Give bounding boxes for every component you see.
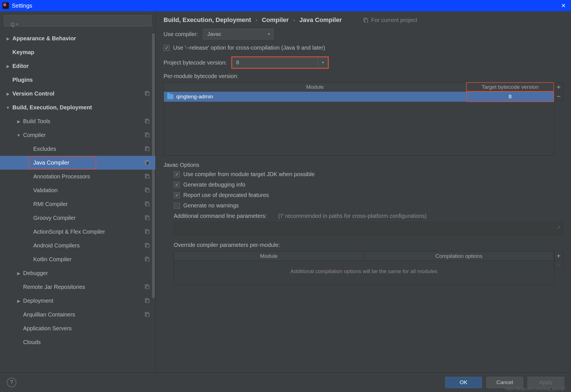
crumb-a[interactable]: Build, Execution, Deployment (164, 16, 251, 24)
sidebar-item-label: Build, Execution, Deployment (12, 104, 92, 111)
chevron-down-icon: ▼ (267, 32, 270, 36)
opt2-checkbox[interactable] (174, 182, 180, 188)
sidebar: ▶Appearance & Behavior▶Keymap▶Editor▶Plu… (0, 11, 156, 372)
sidebar-item-kotlin-compiler[interactable]: ▶Kotlin Compiler (0, 253, 155, 266)
override-remove-button[interactable]: − (554, 260, 563, 270)
svg-rect-21 (146, 244, 149, 248)
project-bytecode-select[interactable]: 8 ▼ (232, 57, 328, 68)
sidebar-item-label: Deployment (23, 298, 53, 304)
col-target: Target bytecode version (466, 83, 554, 91)
chevron-right-icon: ▶ (5, 92, 11, 96)
copy-icon (145, 187, 150, 192)
sidebar-item-clouds[interactable]: ▶Clouds (0, 335, 155, 349)
sidebar-item-plugins[interactable]: ▶Plugins (0, 73, 155, 87)
copy-icon (145, 146, 150, 151)
table-row[interactable]: qingteng-admin 8 (164, 92, 554, 102)
sidebar-item-label: Excludes (33, 146, 56, 152)
crumb-c: Java Compiler (299, 16, 342, 24)
sidebar-item-remote-jar-repositories[interactable]: ▶Remote Jar Repositories (0, 280, 155, 294)
chevron-right-icon: › (255, 17, 257, 23)
sidebar-item-build-tools[interactable]: ▶Build Tools (0, 114, 155, 128)
close-icon[interactable]: ✕ (558, 2, 569, 9)
sidebar-item-label: Plugins (12, 77, 33, 83)
svg-rect-27 (146, 300, 149, 303)
window-title: Settings (12, 3, 32, 9)
copy-icon (145, 132, 150, 137)
sidebar-item-label: Annotation Processors (33, 173, 90, 180)
sidebar-item-keymap[interactable]: ▶Keymap (0, 45, 155, 59)
use-compiler-label: Use compiler: (164, 31, 198, 37)
copy-icon (145, 312, 150, 317)
sidebar-item-label: Groovy Compiler (33, 215, 76, 221)
sidebar-item-label: Application Servers (23, 325, 72, 332)
sidebar-item-label: ActionScript & Flex Compiler (33, 229, 105, 235)
override-col-opts: Compilation options (364, 251, 554, 261)
copy-icon (145, 160, 150, 165)
breadcrumb: Build, Execution, Deployment › Compiler … (164, 16, 563, 24)
sidebar-item-label: Appearance & Behavior (12, 35, 76, 42)
sidebar-item-validation[interactable]: ▶Validation (0, 183, 155, 197)
opt1-checkbox[interactable] (174, 171, 180, 178)
search-input[interactable] (4, 15, 151, 26)
folder-icon (167, 94, 173, 99)
svg-rect-11 (146, 175, 149, 179)
chevron-down-icon: ▼ (5, 105, 11, 110)
sidebar-item-deployment[interactable]: ▶Deployment (0, 294, 155, 308)
svg-rect-29 (146, 313, 149, 317)
sidebar-item-label: Java Compiler (33, 160, 69, 166)
sidebar-item-java-compiler[interactable]: ▶Java Compiler (0, 156, 155, 170)
sidebar-item-android-compilers[interactable]: ▶Android Compilers (0, 239, 155, 253)
sidebar-item-arquillian-containers[interactable]: ▶Arquillian Containers (0, 308, 155, 322)
sidebar-item-label: Validation (33, 187, 58, 194)
sidebar-item-annotation-processors[interactable]: ▶Annotation Processors (0, 170, 155, 183)
sidebar-item-label: Clouds (23, 339, 41, 346)
sidebar-item-actionscript-flex-compiler[interactable]: ▶ActionScript & Flex Compiler (0, 225, 155, 239)
override-empty-text: Additional compilation options will be t… (174, 261, 554, 274)
sidebar-item-label: Debugger (23, 270, 48, 276)
svg-rect-15 (146, 203, 149, 206)
copy-icon (145, 256, 150, 262)
app-icon (2, 2, 9, 9)
add-row-button[interactable]: + (554, 82, 563, 92)
settings-tree[interactable]: ▶Appearance & Behavior▶Keymap▶Editor▶Plu… (0, 30, 155, 372)
sidebar-item-debugger[interactable]: ▶Debugger (0, 266, 155, 280)
svg-rect-23 (146, 258, 149, 262)
sidebar-item-editor[interactable]: ▶Editor (0, 59, 155, 73)
sidebar-item-label: Arquillian Containers (23, 311, 75, 318)
svg-rect-3 (146, 120, 149, 123)
project-bytecode-label: Project bytecode version: (164, 59, 227, 66)
crumb-b[interactable]: Compiler (262, 16, 288, 24)
svg-rect-7 (146, 148, 149, 151)
opt3-checkbox[interactable] (174, 192, 180, 198)
copy-icon (363, 17, 368, 23)
expand-icon[interactable]: ⤢ (557, 225, 561, 230)
sidebar-item-version-control[interactable]: ▶Version Control (0, 87, 155, 101)
sidebar-item-label: Editor (12, 63, 29, 69)
per-module-table[interactable]: Module Target bytecode version qingteng-… (164, 82, 554, 156)
current-project-hint: For current project (363, 17, 417, 23)
copy-icon (145, 243, 150, 248)
per-module-label: Per-module bytecode version: (164, 73, 563, 79)
use-compiler-select[interactable]: Javac ▼ (203, 29, 274, 39)
chevron-down-icon: ▼ (318, 57, 325, 68)
release-option-checkbox[interactable] (164, 45, 170, 51)
override-add-button[interactable]: + (554, 251, 563, 261)
override-table[interactable]: Module Compilation options Additional co… (174, 251, 554, 285)
opt4-checkbox[interactable] (174, 203, 180, 209)
svg-rect-19 (146, 231, 149, 234)
sidebar-item-compiler[interactable]: ▼Compiler (0, 128, 155, 142)
sidebar-item-label: Kotlin Compiler (33, 256, 72, 263)
addl-params-input[interactable]: ⤢ (174, 222, 563, 236)
help-button[interactable]: ? (7, 378, 16, 387)
remove-row-button[interactable]: − (554, 92, 563, 101)
sidebar-item-excludes[interactable]: ▶Excludes (0, 142, 155, 156)
sidebar-item-build-execution-deployment[interactable]: ▼Build, Execution, Deployment (0, 101, 155, 114)
ok-button[interactable]: OK (445, 377, 482, 388)
sidebar-item-groovy-compiler[interactable]: ▶Groovy Compiler (0, 211, 155, 225)
addl-params-label: Additional command line parameters: (174, 213, 267, 219)
sidebar-item-appearance-behavior[interactable]: ▶Appearance & Behavior (0, 32, 155, 45)
addl-params-hint: ('/' recommended in paths for cross-plat… (278, 213, 427, 219)
sidebar-item-rmi-compiler[interactable]: ▶RMI Compiler (0, 197, 155, 211)
sidebar-item-application-servers[interactable]: ▶Application Servers (0, 322, 155, 335)
copy-icon (145, 284, 150, 289)
